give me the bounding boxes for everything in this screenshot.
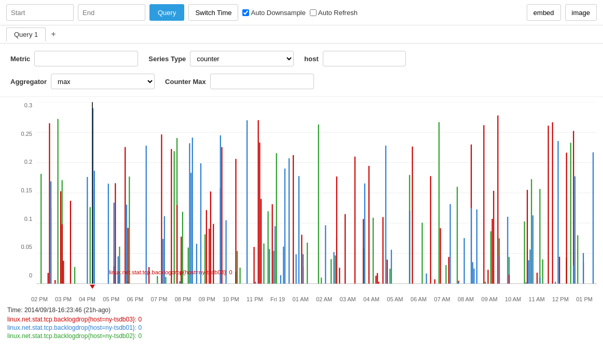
query-button[interactable]: Query	[149, 4, 184, 21]
x-axis-label: 06 PM	[127, 296, 143, 302]
x-axis-label: 05 AM	[387, 296, 403, 302]
aggregator-field: Aggregator max min avg sum	[10, 74, 155, 89]
chart-area: 0.30.250.20.150.10.050 linux.net.stat.tc…	[5, 97, 598, 302]
image-button[interactable]: image	[565, 4, 597, 21]
metric-field: Metric linux.net.stat.tcp.backlogdrop	[10, 51, 138, 66]
y-axis-label: 0	[29, 272, 32, 278]
tab-query1[interactable]: Query 1	[6, 27, 46, 41]
x-axis-label: Fri 19	[270, 296, 285, 302]
x-axis-label: 06 AM	[410, 296, 427, 302]
x-axis-label: 10 AM	[505, 296, 521, 302]
y-axis-label: 0.05	[21, 244, 32, 250]
form-row-1: Metric linux.net.stat.tcp.backlogdrop Se…	[10, 51, 593, 66]
start-input[interactable]: 1d-ago	[6, 4, 74, 21]
chart-wrapper: linux.net.stat.tcp.backlogdrop{host=ny-t…	[36, 102, 587, 294]
auto-refresh-label[interactable]: Auto Refresh	[310, 9, 358, 17]
x-axis-label: 02 AM	[316, 296, 332, 302]
counter-max-field: Counter Max	[165, 74, 314, 89]
x-axis-label: 03 AM	[340, 296, 356, 302]
y-axis-label: 0.25	[21, 131, 32, 137]
switch-time-button[interactable]: Switch Time	[188, 4, 238, 21]
aggregator-select[interactable]: max min avg sum	[51, 74, 155, 89]
x-axis-label: 01 PM	[576, 296, 593, 302]
metric-label: Metric	[10, 55, 30, 63]
y-axis: 0.30.250.20.150.10.050	[10, 102, 35, 278]
form-row-2: Aggregator max min avg sum Counter Max	[10, 74, 593, 89]
y-axis-label: 0.1	[24, 216, 32, 222]
x-axis-label: 07 AM	[434, 296, 450, 302]
series-type-label: Series Type	[148, 55, 186, 63]
x-axis-label: 04 PM	[79, 296, 95, 302]
legend-item-0: linux.net.stat.tcp.backlogdrop{host=ny-t…	[7, 316, 596, 323]
y-axis-label: 0.3	[24, 102, 32, 108]
host-input[interactable]: ny-tsdb*	[323, 51, 406, 66]
end-input[interactable]	[78, 4, 145, 21]
x-axis-label: 10 PM	[223, 296, 239, 302]
x-axis-label: 08 AM	[458, 296, 474, 302]
legend-time: Time: 2014/09/18-16:23:46 (21h-ago)	[7, 306, 596, 314]
legend-area: Time: 2014/09/18-16:23:46 (21h-ago) linu…	[0, 302, 603, 345]
x-axis-label: 03 PM	[55, 296, 72, 302]
x-axis-label: 09 PM	[199, 296, 215, 302]
chart-canvas	[36, 102, 597, 294]
top-bar: 1d-ago Query Switch Time Auto Downsample…	[0, 0, 603, 25]
x-axis-label: 11 PM	[246, 296, 263, 302]
series-type-select[interactable]: counter gauge rate	[190, 51, 294, 66]
metric-input[interactable]: linux.net.stat.tcp.backlogdrop	[34, 51, 138, 66]
aggregator-label: Aggregator	[10, 78, 47, 86]
counter-max-label: Counter Max	[165, 78, 206, 86]
x-axis-label: 02 PM	[31, 296, 48, 302]
x-axis-label: 04 AM	[363, 296, 379, 302]
tab-add-button[interactable]: +	[48, 29, 59, 40]
y-axis-label: 0.15	[21, 187, 32, 193]
host-field: host ny-tsdb*	[304, 51, 405, 66]
x-axis-label: 01 AM	[293, 296, 309, 302]
x-axis-label: 11 AM	[529, 296, 545, 302]
host-label: host	[304, 55, 318, 63]
tabs-bar: Query 1 +	[0, 25, 603, 44]
x-axis-label: 09 AM	[482, 296, 498, 302]
y-axis-label: 0.2	[24, 159, 32, 165]
auto-refresh-group: Auto Refresh	[310, 9, 358, 17]
x-axis: 02 PM03 PM04 PM05 PM06 PM07 PM08 PM09 PM…	[31, 294, 593, 302]
x-axis-label: 07 PM	[151, 296, 168, 302]
auto-downsample-group: Auto Downsample	[242, 9, 306, 17]
embed-button[interactable]: embed	[527, 4, 561, 21]
counter-max-input[interactable]	[210, 74, 314, 89]
auto-refresh-checkbox[interactable]	[310, 9, 317, 16]
x-axis-label: 08 PM	[175, 296, 191, 302]
query-form: Metric linux.net.stat.tcp.backlogdrop Se…	[0, 44, 603, 97]
auto-downsample-label[interactable]: Auto Downsample	[242, 9, 306, 17]
auto-downsample-checkbox[interactable]	[242, 9, 249, 16]
x-axis-label: 12 PM	[552, 296, 569, 302]
series-type-field: Series Type counter gauge rate	[148, 51, 294, 66]
legend-item-1: linux.net.stat.tcp.backlogdrop{host=ny-t…	[7, 324, 596, 331]
x-axis-label: 05 PM	[103, 296, 119, 302]
legend-item-2: linux.net.stat.tcp.backlogdrop{host=ny-t…	[7, 332, 596, 340]
